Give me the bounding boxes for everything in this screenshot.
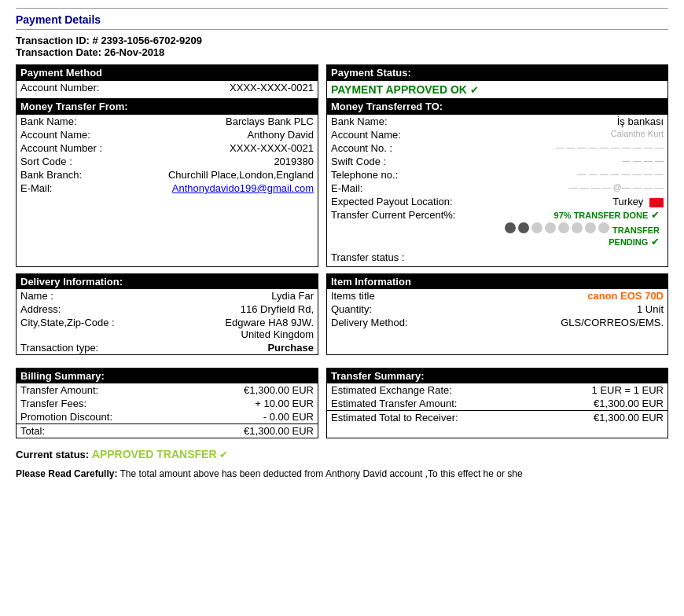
- to-account-no-value: — — — — — — — — — —: [459, 141, 667, 155]
- delivery-name-value: Lydia Far: [171, 289, 318, 302]
- billing-fees-row: Transfer Fees: + 10.00 EUR: [17, 397, 318, 410]
- delivery-address-row: Address: 116 Dryfield Rd,: [17, 302, 318, 316]
- transfer-summary-section: Transfer Summary: Estimated Exchange Rat…: [326, 368, 668, 438]
- item-delivery-method-row: Delivery Method: GLS/CORREOS/EMS.: [327, 316, 667, 329]
- title-divider: [16, 29, 668, 30]
- item-title-row: Items title canon EOS 70D: [327, 289, 667, 302]
- to-account-no-label: Account No. :: [327, 141, 459, 155]
- transfer-total-receiver-value: €1,300.00 EUR: [541, 411, 667, 424]
- to-bank-name-row: Bank Name: İş bankası: [327, 115, 667, 128]
- item-delivery-method-label: Delivery Method:: [327, 316, 475, 329]
- to-telephone-label: Telephone no.:: [327, 168, 459, 182]
- dot-5: [558, 222, 569, 233]
- transfer-amount-label: Estimated Transfer Amount:: [327, 397, 541, 411]
- billing-transfer-amount-label: Transfer Amount:: [17, 383, 186, 397]
- transaction-date-label: Transaction Date:: [16, 46, 101, 58]
- billing-transfer-row: Billing Summary: Transfer Amount: €1,300…: [16, 361, 668, 438]
- to-bank-name-value: İş bankası: [459, 115, 667, 128]
- payment-approved-text: PAYMENT APPROVED OK: [331, 83, 467, 96]
- transfer-amount-row: Estimated Transfer Amount: €1,300.00 EUR: [327, 397, 667, 411]
- to-payout-label: Expected Payout Location:: [327, 195, 459, 208]
- to-swift-code-value: — — — —: [459, 155, 667, 168]
- to-account-name-label: Account Name:: [327, 128, 459, 141]
- delivery-city-row: City,State,Zip-Code : Edgware HA8 9JW. U…: [17, 316, 318, 341]
- from-sort-code-row: Sort Code : 2019380: [17, 155, 318, 168]
- payment-status-header: Payment Status:: [327, 65, 667, 81]
- to-account-no-row: Account No. : — — — — — — — — — —: [327, 141, 667, 155]
- bottom-note-text: The total amount above has been deducted…: [120, 468, 523, 479]
- delivery-transaction-label: Transaction type:: [17, 341, 171, 354]
- from-bank-branch-label: Bank Branch:: [17, 168, 127, 182]
- billing-total-label: Total:: [17, 424, 186, 438]
- item-quantity-value: 1 Unit: [475, 302, 667, 316]
- billing-discount-row: Promotion Discount: - 0.00 EUR: [17, 410, 318, 424]
- item-title-label: Items title: [327, 289, 475, 302]
- billing-section: Billing Summary: Transfer Amount: €1,300…: [16, 368, 318, 438]
- from-bank-name-row: Bank Name: Barclays Bank PLC: [17, 115, 318, 128]
- from-account-name-row: Account Name: Anthony David: [17, 128, 318, 141]
- delivery-address-label: Address:: [17, 302, 171, 316]
- transfer-exchange-rate-label: Estimated Exchange Rate:: [327, 383, 541, 397]
- delivery-transaction-type-row: Transaction type: Purchase: [17, 341, 318, 354]
- dot-7: [585, 222, 596, 233]
- delivery-name-row: Name : Lydia Far: [17, 289, 318, 302]
- dot-8: [598, 222, 609, 233]
- from-account-number-label: Account Number :: [17, 141, 127, 155]
- from-email-value[interactable]: Anthonydavido199@gmail.com: [172, 182, 314, 194]
- transfer-done-text: 97% TRANSFER DONE: [554, 211, 649, 220]
- transaction-id-label: Transaction ID: #: [16, 35, 98, 46]
- payment-method-header: Payment Method: [17, 65, 318, 81]
- billing-table: Transfer Amount: €1,300.00 EUR Transfer …: [17, 383, 318, 438]
- delivery-header: Delivery Information:: [17, 274, 318, 289]
- top-divider: [16, 8, 668, 9]
- to-telephone-row: Telephone no.: — — — — — — — —: [327, 168, 667, 182]
- progress-dots: [505, 222, 609, 233]
- transfer-summary-table: Estimated Exchange Rate: 1 EUR = 1 EUR E…: [327, 383, 667, 424]
- billing-total-row: Total: €1,300.00 EUR: [17, 424, 318, 438]
- delivery-city-value: Edgware HA8 9JW. United Kingdom: [171, 316, 318, 341]
- billing-fees-value: + 10.00 EUR: [186, 397, 318, 410]
- payment-method-table: Account Number: XXXX-XXXX-0021: [17, 81, 318, 94]
- payment-method-box: Payment Method Account Number: XXXX-XXXX…: [16, 64, 318, 99]
- billing-transfer-amount-value: €1,300.00 EUR: [186, 383, 318, 397]
- transaction-id-value: 2393-1056-6702-9209: [101, 35, 202, 46]
- item-table: Items title canon EOS 70D Quantity: 1 Un…: [327, 289, 667, 329]
- transfer-to-header: Money Transferred TO:: [327, 99, 667, 115]
- transfer-to-table: Bank Name: İş bankası Account Name: Cala…: [327, 115, 667, 248]
- to-payout-location-row: Expected Payout Location: Turkey: [327, 195, 667, 208]
- transfer-status-label: Transfer status :: [331, 251, 404, 263]
- transfer-percent-value: 97% TRANSFER DONE ✔: [459, 208, 667, 248]
- from-email-label: E-Mail:: [17, 182, 127, 195]
- transfer-to-box: Money Transferred TO: Bank Name: İş bank…: [326, 99, 668, 267]
- turkey-text: Turkey: [612, 196, 643, 207]
- current-status-value: APPROVED TRANSFER: [92, 448, 217, 460]
- account-number-row: Account Number: XXXX-XXXX-0021: [17, 81, 318, 94]
- item-delivery-method-value: GLS/CORREOS/EMS.: [475, 316, 667, 329]
- account-number-label: Account Number:: [17, 81, 163, 94]
- transfer-percent-label: Transfer Current Percent%:: [327, 208, 459, 248]
- from-bank-name-value: Barclays Bank PLC: [127, 115, 318, 128]
- progress-bar-area: 97% TRANSFER DONE ✔: [463, 209, 664, 248]
- item-header: Item Information: [327, 274, 667, 289]
- from-account-name-label: Account Name:: [17, 128, 127, 141]
- from-email-row: E-Mail: Anthonydavido199@gmail.com: [17, 182, 318, 195]
- current-status-label: Current status:: [16, 449, 89, 460]
- dot-2: [518, 222, 529, 233]
- from-sort-code-label: Sort Code :: [17, 155, 127, 168]
- transfer-from-box: Money Transfer From: Bank Name: Barclays…: [16, 99, 318, 267]
- dot-1: [505, 222, 516, 233]
- transaction-info: Transaction ID: # 2393-1056-6702-9209 Tr…: [16, 35, 668, 58]
- transfer-status-row: Transfer status :: [327, 248, 667, 266]
- payment-status-box: Payment Status: PAYMENT APPROVED OK ✔: [326, 64, 668, 99]
- transfer-total-receiver-label: Estimated Total to Receiver:: [327, 411, 541, 424]
- item-section: Item Information Items title canon EOS 7…: [326, 273, 668, 355]
- to-transfer-percent-row: Transfer Current Percent%: 97% TRANSFER …: [327, 208, 667, 248]
- bottom-note-bold: Please Read Carefully:: [16, 468, 117, 479]
- from-account-name-value: Anthony David: [127, 128, 318, 141]
- account-number-value: XXXX-XXXX-0021: [163, 81, 318, 94]
- turkey-flag-icon: [649, 198, 664, 207]
- transfer-row: Money Transfer From: Bank Name: Barclays…: [16, 99, 668, 267]
- current-status-area: Current status: APPROVED TRANSFER ✔: [16, 448, 668, 460]
- to-email-label: E-Mail:: [327, 182, 459, 195]
- from-sort-code-value: 2019380: [127, 155, 318, 168]
